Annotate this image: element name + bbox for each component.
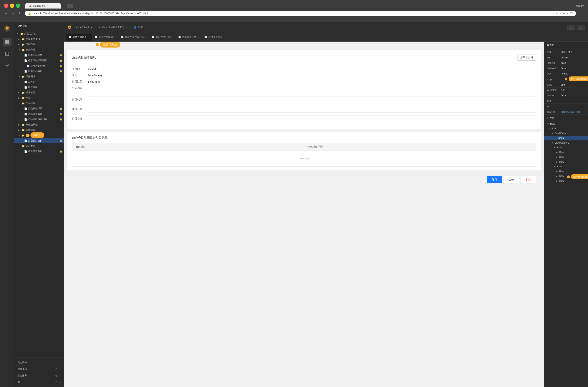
back-btn[interactable]: ← bbox=[4, 11, 9, 16]
add-icon[interactable]: + bbox=[59, 367, 61, 371]
url-icons: ☆ ⊙ ↓ ⊛ ↗ 🛡 bbox=[552, 12, 573, 15]
nav-bottom-composite[interactable]: 复合组件 bbox=[14, 359, 64, 366]
tab-tmpl-detail[interactable]: 📄 产品模板详情 × bbox=[175, 34, 202, 41]
nav-item-frontend-cat[interactable]: ▼ 📁 前台类目 bbox=[14, 143, 64, 149]
tab-backend-cat-home[interactable]: 📄 后台类目首页 × bbox=[66, 34, 92, 41]
refresh-icon[interactable]: ↺ bbox=[55, 367, 58, 371]
nav-item-sp-edit[interactable]: 📄 标准产品编辑 🔒 bbox=[14, 68, 64, 74]
tree-card-content-label: Card.Content bbox=[555, 141, 568, 144]
minimize-button[interactable] bbox=[10, 3, 14, 8]
prop-label-table: table bbox=[547, 83, 561, 86]
nav-item-backend-cat-home[interactable]: 📄 后台类目首页 🔒 bbox=[14, 138, 64, 143]
nav-item-sp-query[interactable]: 📄 标准产品查询 🔒 bbox=[14, 63, 64, 68]
tree-card-content[interactable]: ▼ Card.Content bbox=[544, 140, 588, 145]
input-cat-code[interactable] bbox=[88, 96, 536, 103]
titlebar: 🦗 cicada ide × william bbox=[0, 0, 588, 11]
input-cat-name[interactable] bbox=[88, 106, 536, 112]
main-area: 🦁 ⊙ ide 3.0.43 ▼ ⊛ 产品工厂4.0 (1.0001) ▼ 👤 … bbox=[64, 22, 588, 387]
tab-file-icon-2: 📄 bbox=[121, 36, 124, 38]
user-name: 加缪 bbox=[138, 25, 143, 29]
nav-item-frontend-cat-home[interactable]: 📄 前台类目首页 🔒 bbox=[14, 149, 64, 154]
nav-item-tmpl-edit[interactable]: 📄 产品模板编辑 🔒 bbox=[14, 111, 64, 117]
tab-close-3[interactable]: × bbox=[171, 36, 172, 38]
nav-item-layout[interactable]: ▶ 📁 页面布局 bbox=[14, 42, 64, 47]
nav-bottom-library[interactable]: 库 ↺ + bbox=[14, 379, 64, 386]
prop-val-loading: false bbox=[561, 62, 566, 64]
nav-item-tmpl-search[interactable]: 📄 产品模板搜索列表 🔒 bbox=[14, 117, 64, 122]
maximize-button[interactable] bbox=[16, 3, 20, 8]
tab-close-4[interactable]: × bbox=[198, 36, 199, 38]
backend-logic-actions: ↺ + bbox=[55, 367, 61, 371]
no-data-text: No Data bbox=[299, 157, 309, 160]
tab-sp-edit[interactable]: 📄 标准产品编辑 × bbox=[92, 34, 118, 41]
tree-row[interactable]: ▼ Row bbox=[544, 121, 588, 126]
nav-bottom-backend-service[interactable]: 后台服务 ↺ + bbox=[14, 372, 64, 379]
nav-item-sales[interactable]: ▶ 📁 销售单元 bbox=[14, 90, 64, 95]
nav-item-tmpl-detail[interactable]: 📄 产品模板详情 🔒 bbox=[14, 106, 64, 111]
browser-menu-btn[interactable]: ⋮ bbox=[578, 12, 584, 15]
tree-button[interactable]: Button bbox=[544, 136, 588, 140]
tab-close-5[interactable]: × bbox=[224, 36, 225, 38]
nav-item-factory[interactable]: ▼ 📁 产品工厂4.0 bbox=[14, 31, 64, 36]
tree-row-7[interactable]: ▶ Row bbox=[544, 169, 588, 174]
reload-btn[interactable]: ↻ bbox=[18, 11, 22, 16]
nav-icon-btn[interactable] bbox=[3, 38, 11, 46]
nav-item-template[interactable]: ▼ 📁 产品模板 bbox=[14, 101, 64, 106]
settings-icon-btn[interactable] bbox=[3, 61, 11, 70]
tab-close-1[interactable]: × bbox=[114, 36, 115, 38]
nav-item-sp-detail[interactable]: 📄 标准产品详情 🔒 bbox=[14, 52, 64, 58]
refresh-icon-2[interactable]: ↺ bbox=[55, 374, 58, 377]
nav-item-component-test[interactable]: ▼ 📁 组件测试 bbox=[14, 74, 64, 79]
tab-sp-search[interactable]: 📄 标准产品搜索列表 × bbox=[118, 34, 149, 41]
layout-left-btn[interactable]: ⬛ bbox=[567, 25, 575, 30]
tab-frontend-cat-home[interactable]: 📄 前台类目首页 × bbox=[202, 34, 228, 41]
tree-row-6[interactable]: ▼ Row bbox=[544, 164, 588, 169]
tree-row-6-label: Row bbox=[557, 165, 562, 168]
close-button[interactable] bbox=[4, 3, 8, 8]
tab-sp-detail[interactable]: 📄 标准产品详情 × bbox=[149, 34, 175, 41]
tree-card-extra[interactable]: ▼ Card.Extra bbox=[544, 131, 588, 136]
tabs-more-btn[interactable]: ··· bbox=[581, 35, 587, 39]
add-icon-3[interactable]: + bbox=[59, 381, 61, 384]
tree-row-2[interactable]: ▼ Row bbox=[544, 145, 588, 150]
nav-bottom-backend-logic[interactable]: 后端逻辑 ↺ + bbox=[14, 366, 64, 372]
delete-btn[interactable]: 删除 bbox=[521, 176, 536, 183]
tree-edit-bubble: 组件树编辑区 bbox=[571, 174, 588, 179]
tree-card[interactable]: ▼ Card bbox=[544, 126, 588, 131]
nav-item-sp-search[interactable]: 📄 标准产品搜索列表 🔒 bbox=[14, 58, 64, 63]
tab-close-0[interactable]: × bbox=[88, 36, 89, 38]
nav-item-label: 标准产品 bbox=[26, 48, 35, 51]
input-cat-remark[interactable] bbox=[88, 115, 536, 122]
effect-btn[interactable]: 生效 bbox=[504, 176, 519, 183]
url-bar[interactable]: 🔒 cicada.bz00b.alipay.net/cicada/cicada/… bbox=[25, 11, 576, 16]
prop-val-validators[interactable]: Add bbox=[561, 89, 565, 91]
page-icon-btn[interactable] bbox=[3, 49, 11, 58]
tab-label-2: 标准产品搜索列表 bbox=[125, 35, 144, 39]
tree-row-4[interactable]: ▶ Row bbox=[544, 155, 588, 159]
add-sub-cat-btn[interactable]: 添加子类目 bbox=[517, 54, 536, 61]
tree-row-5[interactable]: ▶ Row bbox=[544, 159, 588, 164]
add-icon-2[interactable]: + bbox=[59, 374, 61, 377]
tab-close-btn[interactable]: × bbox=[46, 4, 48, 7]
tab-close-2[interactable]: × bbox=[145, 36, 146, 38]
prop-label-text: text bbox=[547, 51, 561, 53]
nav-item-toolbox[interactable]: 📄 工具箱 bbox=[14, 79, 64, 85]
nav-item-solution[interactable]: 📄 解决方案 bbox=[14, 85, 64, 90]
save-btn[interactable]: 保存 bbox=[487, 176, 502, 183]
layout-right-btn[interactable]: ⬛ bbox=[577, 25, 585, 30]
comp-config-bubble: 组件属性配置区 bbox=[568, 76, 588, 81]
topbar-logo[interactable]: 🦁 bbox=[67, 25, 72, 29]
nav-item-global-logic[interactable]: ▶ 📁 全局页面逻辑 bbox=[14, 36, 64, 42]
refresh-icon-3[interactable]: ↺ bbox=[55, 381, 58, 384]
library-actions: ↺ + bbox=[55, 381, 61, 384]
nav-item-cond-group[interactable]: ▶ 📁 条件组模板 bbox=[14, 122, 64, 127]
nav-item-product[interactable]: ▶ 📁 产品 bbox=[14, 95, 64, 101]
forward-btn[interactable]: → bbox=[11, 11, 16, 16]
inactive-browser-tab[interactable] bbox=[64, 2, 76, 9]
tree-row-3[interactable]: ▶ Row bbox=[544, 150, 588, 155]
nav-item-standard-product[interactable]: ▼ 📁 标准产品 bbox=[14, 47, 64, 52]
nav-item-label: 标准产品查询 bbox=[30, 64, 45, 67]
prop-val-onclick[interactable]: triggerDefault Add bbox=[561, 110, 580, 113]
active-browser-tab[interactable]: 🦗 cicada ide × bbox=[25, 3, 61, 8]
nav-item-cond-tmpl[interactable]: ▶ 📁 条件模板 bbox=[14, 127, 64, 133]
